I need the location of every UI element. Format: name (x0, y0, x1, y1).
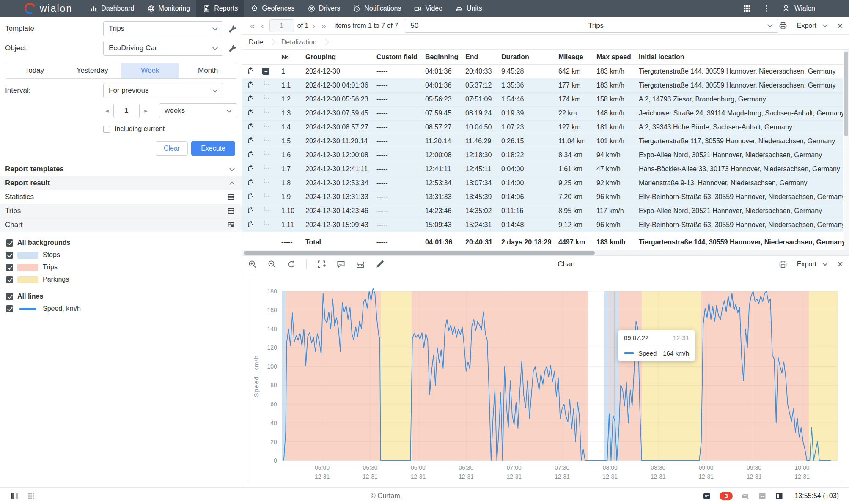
tab-week[interactable]: Week (121, 63, 179, 78)
column-header[interactable]: Initial location (635, 50, 843, 64)
including-current-checkbox[interactable] (103, 126, 110, 133)
sidebar-section-report-result[interactable]: Report result (0, 176, 242, 190)
cell-beginning[interactable]: 04:01:36 (421, 64, 461, 78)
table-row[interactable]: −12024-12-30-----04:01:3620:40:339:45:28… (242, 64, 843, 78)
chart-export-button[interactable]: Export (797, 260, 828, 268)
show-route-icon[interactable] (246, 150, 255, 159)
show-route-icon[interactable] (246, 206, 255, 214)
table-row[interactable]: 1.12024-12-30 04:01:36-----04:01:3605:37… (242, 78, 843, 92)
vertical-scrollbar-thumb[interactable] (844, 52, 848, 136)
nav-item-video[interactable]: Video (407, 0, 449, 17)
nav-item-dashboard[interactable]: Dashboard (83, 0, 140, 17)
cell-end[interactable]: 08:19:24 (461, 106, 497, 120)
cell-end[interactable]: 12:18:30 (461, 148, 497, 162)
cell-end[interactable]: 13:07:34 (461, 176, 497, 190)
table-row[interactable]: 1.52024-12-30 11:20:14-----11:20:1411:46… (242, 134, 843, 148)
speed-chart[interactable]: 02040608010012014016018005:0012-3105:301… (248, 277, 843, 482)
horizontal-scrollbar[interactable] (242, 250, 849, 255)
show-route-icon[interactable] (246, 122, 255, 131)
panel-split-icon[interactable] (775, 492, 783, 500)
nav-item-geofences[interactable]: Geofences (244, 0, 301, 17)
notifications-panel-icon[interactable] (703, 492, 711, 500)
print-icon[interactable] (778, 260, 788, 269)
breadcrumb-detalization[interactable]: Detalization (281, 38, 317, 46)
column-header[interactable]: Mileage (554, 50, 592, 64)
toggle-sidebar-icon[interactable] (10, 492, 19, 500)
tab-month[interactable]: Month (179, 63, 237, 78)
cell-beginning[interactable]: 07:59:45 (421, 106, 461, 120)
column-header[interactable]: Beginning (421, 50, 461, 64)
show-route-icon[interactable] (246, 178, 255, 186)
column-header[interactable]: Grouping (301, 50, 372, 64)
wialon-logo[interactable]: wialon (0, 3, 83, 14)
image-icon[interactable] (758, 492, 767, 500)
cell-beginning[interactable]: 13:31:33 (421, 190, 461, 204)
last-page-icon[interactable]: » (319, 21, 328, 30)
table-row[interactable]: 1.82024-12-30 12:53:34-----12:53:3413:07… (242, 176, 843, 190)
stepper-decrease-icon[interactable]: ◂ (103, 107, 111, 115)
nav-item-monitoring[interactable]: Monitoring (141, 0, 197, 17)
template-settings-wrench-icon[interactable] (228, 24, 237, 33)
interval-count-input[interactable] (113, 104, 140, 118)
show-route-icon[interactable] (246, 164, 255, 173)
nav-item-reports[interactable]: Reports (196, 0, 244, 17)
column-header[interactable]: № (277, 50, 301, 64)
select-area-icon[interactable] (317, 260, 326, 269)
kebab-menu-icon[interactable] (762, 4, 771, 13)
cell-end[interactable]: 12:45:11 (461, 162, 497, 176)
column-header[interactable]: Max speed (592, 50, 635, 64)
cell-beginning[interactable]: 04:01:36 (421, 78, 461, 92)
cell-end[interactable]: 11:46:29 (461, 134, 497, 148)
zoom-in-icon[interactable] (248, 260, 257, 269)
nav-item-notifications[interactable]: Notifications (346, 0, 407, 17)
table-row[interactable]: 1.62024-12-30 12:00:08-----12:00:0812:18… (242, 148, 843, 162)
show-route-icon[interactable] (246, 220, 255, 228)
cell-end[interactable]: 14:35:02 (461, 204, 497, 218)
interval-unit-select[interactable]: weeks (159, 103, 237, 118)
clear-button[interactable]: Clear (156, 141, 188, 156)
table-row[interactable]: 1.22024-12-30 05:56:23-----05:56:2307:51… (242, 92, 843, 106)
zoom-reset-icon[interactable] (287, 260, 296, 269)
nav-item-units[interactable]: Units (449, 0, 488, 17)
object-settings-wrench-icon[interactable] (228, 44, 237, 53)
table-row[interactable]: 1.72024-12-30 12:41:11-----12:41:1112:45… (242, 162, 843, 176)
breadcrumb-date[interactable]: Date (249, 38, 263, 46)
next-page-icon[interactable]: › (310, 21, 317, 30)
table-row[interactable]: 1.92024-12-30 13:31:33-----13:31:3313:45… (242, 190, 843, 204)
cell-end[interactable]: 07:51:09 (461, 92, 497, 106)
close-chart-icon[interactable]: × (837, 259, 843, 269)
column-header[interactable]: Custom field (372, 50, 421, 64)
sidebar-section-trips[interactable]: Trips (0, 204, 242, 218)
collapse-row-icon[interactable]: − (262, 68, 269, 75)
grid-dots-icon[interactable] (27, 492, 36, 500)
horizontal-scrollbar-thumb[interactable] (244, 251, 595, 255)
show-route-icon[interactable] (246, 192, 255, 200)
cell-beginning[interactable]: 11:20:14 (421, 134, 461, 148)
template-select[interactable]: Trips (103, 21, 223, 36)
stops-checkbox[interactable] (6, 252, 13, 259)
edit-icon[interactable] (375, 260, 385, 269)
show-route-icon[interactable] (246, 94, 255, 103)
speed-line-checkbox[interactable] (6, 305, 13, 312)
interval-select[interactable]: For previous (103, 83, 223, 98)
show-route-icon[interactable] (246, 80, 255, 89)
cell-beginning[interactable]: 15:09:43 (421, 218, 461, 232)
parkings-checkbox[interactable] (6, 276, 13, 283)
column-header[interactable]: Duration (497, 50, 554, 64)
cell-beginning[interactable]: 08:57:27 (421, 120, 461, 134)
cell-end[interactable]: 20:40:33 (461, 64, 497, 78)
show-route-icon[interactable] (246, 66, 255, 75)
object-select[interactable]: EcoDriving Car (103, 41, 223, 56)
zoom-out-icon[interactable] (267, 260, 277, 269)
column-header[interactable]: End (461, 50, 497, 64)
export-button[interactable]: Export (797, 22, 828, 30)
tab-today[interactable]: Today (5, 63, 63, 78)
tab-yesterday[interactable]: Yesterday (63, 63, 121, 78)
mail-send-icon[interactable] (741, 492, 750, 500)
all-backgrounds-checkbox[interactable] (6, 239, 13, 247)
vertical-scrollbar[interactable] (844, 50, 849, 250)
first-page-icon[interactable]: « (248, 21, 257, 30)
show-route-icon[interactable] (246, 108, 255, 117)
annotations-icon[interactable] (336, 260, 346, 269)
measure-icon[interactable] (356, 260, 365, 269)
